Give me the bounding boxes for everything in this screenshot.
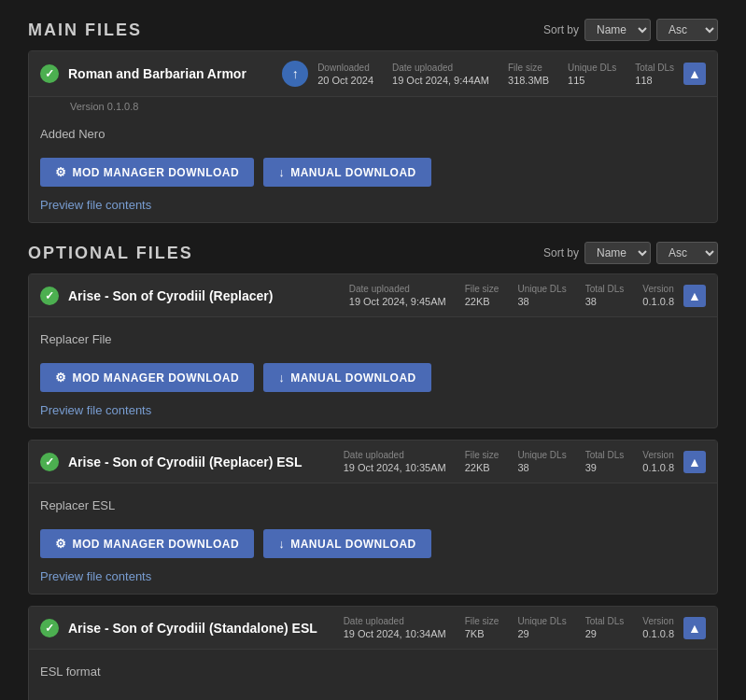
opt-file-desc-2: Replacer ESL (40, 493, 706, 518)
filesize-label-opt-2: File size (465, 450, 500, 460)
main-file-meta-1: Downloaded 20 Oct 2024 Date uploaded 19 … (317, 63, 674, 86)
date-uploaded-label-main: Date uploaded (392, 63, 489, 73)
main-sort-order-select[interactable]: Asc Desc (656, 19, 718, 41)
date-uploaded-label-opt-1: Date uploaded (349, 284, 446, 294)
optional-file-header-1: Arise - Son of Cyrodiil (Replacer) Date … (29, 274, 717, 317)
collapse-btn-main-1[interactable]: ▲ (683, 63, 706, 85)
manual-download-label-main-1: Manual Download (290, 166, 416, 179)
mod-manager-btn-opt-2[interactable]: ⚙ Mod Manager Download (40, 529, 254, 558)
opt-file-body-3: ESL format (29, 650, 717, 700)
mod-manager-label-main-1: Mod Manager Download (73, 166, 240, 179)
main-buttons-row-1: ⚙ Mod Manager Download ↓ Manual Download (40, 158, 706, 187)
main-sort-name-select[interactable]: Name Date Size (584, 19, 651, 41)
main-files-header: Main Files Sort by Name Date Size Asc De… (28, 19, 718, 41)
optional-file-header-3: Arise - Son of Cyrodiil (Standalone) ESL… (29, 607, 717, 650)
date-uploaded-label-opt-3: Date uploaded (344, 616, 446, 626)
opt-file-desc-3: ESL format (40, 659, 706, 684)
version-block-opt-1: Version 0.1.0.8 (642, 284, 674, 307)
date-uploaded-value-opt-1: 19 Oct 2024, 9:45AM (349, 296, 446, 307)
version-label-main: Version (70, 101, 105, 112)
unique-dls-label-main: Unique DLs (568, 63, 616, 73)
version-value-opt-3: 0.1.0.8 (642, 628, 674, 639)
unique-dls-label-opt-2: Unique DLs (517, 450, 566, 460)
collapse-btn-opt-2[interactable]: ▲ (683, 451, 706, 473)
upload-icon-main-1[interactable] (282, 61, 308, 87)
mod-manager-btn-main-1[interactable]: ⚙ Mod Manager Download (40, 158, 254, 187)
mod-manager-label-opt-2: Mod Manager Download (73, 538, 240, 551)
main-file-header-1: Roman and Barbarian Armor Downloaded 20 … (29, 51, 717, 97)
mod-manager-btn-opt-1[interactable]: ⚙ Mod Manager Download (40, 363, 254, 392)
version-value-opt-2: 0.1.0.8 (642, 462, 674, 473)
manual-download-icon-opt-1: ↓ (278, 371, 285, 385)
optional-file-header-2: Arise - Son of Cyrodiil (Replacer) ESL D… (29, 441, 717, 483)
date-uploaded-value-main: 19 Oct 2024, 9:44AM (392, 75, 489, 86)
total-dls-block-opt-3: Total DLs 29 (585, 616, 625, 639)
main-file-card-1: Roman and Barbarian Armor Downloaded 20 … (28, 50, 718, 223)
main-files-section: Main Files Sort by Name Date Size Asc De… (28, 19, 718, 223)
manual-download-icon-opt-2: ↓ (278, 537, 285, 551)
filesize-block-opt-1: File size 22KB (465, 284, 500, 307)
check-icon-opt-1 (40, 287, 59, 305)
main-files-sort-bar: Sort by Name Date Size Asc Desc (543, 19, 718, 41)
check-icon-opt-3 (40, 619, 59, 637)
manual-download-btn-main-1[interactable]: ↓ Manual Download (263, 158, 431, 187)
unique-dls-value-opt-1: 38 (517, 296, 566, 307)
mod-manager-icon-main-1: ⚙ (55, 165, 67, 179)
unique-dls-label-opt-3: Unique DLs (517, 616, 566, 626)
total-dls-value-opt-3: 29 (585, 628, 625, 639)
check-icon-opt-2 (40, 453, 59, 471)
version-block-opt-2: Version 0.1.0.8 (642, 450, 674, 473)
total-dls-label-opt-3: Total DLs (585, 616, 625, 626)
mod-manager-icon-opt-1: ⚙ (55, 371, 67, 385)
date-uploaded-value-opt-2: 19 Oct 2024, 10:35AM (344, 462, 446, 473)
total-dls-value-opt-1: 38 (585, 296, 625, 307)
main-sort-label: Sort by (543, 23, 579, 36)
opt-file-body-1: Replacer File ⚙ Mod Manager Download ↓ M… (29, 317, 717, 427)
total-dls-block-opt-2: Total DLs 39 (585, 450, 625, 473)
preview-link-opt-2[interactable]: Preview file contents (40, 569, 151, 583)
unique-dls-value-main: 115 (568, 75, 616, 86)
total-dls-label-opt-1: Total DLs (585, 284, 625, 294)
mod-manager-label-opt-1: Mod Manager Download (73, 371, 240, 385)
optional-files-section: Optional Files Sort by Name Date Size As… (28, 242, 718, 700)
opt-file-name-2: Arise - Son of Cyrodiil (Replacer) ESL (68, 455, 334, 469)
preview-link-opt-1[interactable]: Preview file contents (40, 403, 151, 417)
version-block-opt-3: Version 0.1.0.8 (642, 616, 674, 639)
manual-download-btn-opt-1[interactable]: ↓ Manual Download (263, 363, 431, 392)
optional-files-title: Optional Files (28, 244, 193, 263)
opt-file-meta-2: Date uploaded 19 Oct 2024, 10:35AM File … (344, 450, 674, 473)
version-value-opt-1: 0.1.0.8 (642, 296, 674, 307)
opt-file-body-2: Replacer ESL ⚙ Mod Manager Download ↓ Ma… (29, 483, 717, 594)
total-dls-label-opt-2: Total DLs (585, 450, 625, 460)
opt-file-meta-3: Date uploaded 19 Oct 2024, 10:34AM File … (344, 616, 674, 639)
filesize-label-opt-1: File size (465, 284, 500, 294)
version-label-opt-1: Version (642, 284, 674, 294)
check-icon-main-1 (40, 64, 59, 83)
optional-sort-name-select[interactable]: Name Date Size (584, 242, 651, 264)
collapse-btn-opt-3[interactable]: ▲ (683, 617, 706, 639)
filesize-block-opt-3: File size 7KB (465, 616, 500, 639)
manual-download-icon-main-1: ↓ (278, 165, 285, 179)
filesize-value-opt-2: 22KB (465, 462, 500, 473)
preview-link-main-1[interactable]: Preview file contents (40, 198, 151, 212)
optional-sort-order-select[interactable]: Asc Desc (656, 242, 718, 264)
filesize-label-opt-3: File size (465, 616, 500, 626)
optional-files-header: Optional Files Sort by Name Date Size As… (28, 242, 718, 264)
date-uploaded-block-opt-2: Date uploaded 19 Oct 2024, 10:35AM (344, 450, 446, 473)
filesize-value-main: 318.3MB (508, 75, 549, 86)
downloaded-value: 20 Oct 2024 (317, 75, 373, 86)
collapse-btn-opt-1[interactable]: ▲ (683, 285, 706, 307)
unique-dls-label-opt-1: Unique DLs (517, 284, 566, 294)
version-value-main: 0.1.0.8 (107, 101, 139, 112)
optional-files-sort-bar: Sort by Name Date Size Asc Desc (543, 242, 718, 264)
manual-download-label-opt-1: Manual Download (290, 371, 416, 385)
manual-download-btn-opt-2[interactable]: ↓ Manual Download (263, 529, 431, 558)
unique-dls-block-opt-1: Unique DLs 38 (517, 284, 566, 307)
unique-dls-block-opt-2: Unique DLs 38 (517, 450, 566, 473)
mod-manager-icon-opt-2: ⚙ (55, 537, 67, 551)
unique-dls-block-main: Unique DLs 115 (568, 63, 616, 86)
opt-file-name-1: Arise - Son of Cyrodiil (Replacer) (68, 288, 340, 303)
total-dls-value-opt-2: 39 (585, 462, 625, 473)
filesize-label-main: File size (508, 63, 549, 73)
optional-file-card-1: Arise - Son of Cyrodiil (Replacer) Date … (28, 273, 718, 428)
